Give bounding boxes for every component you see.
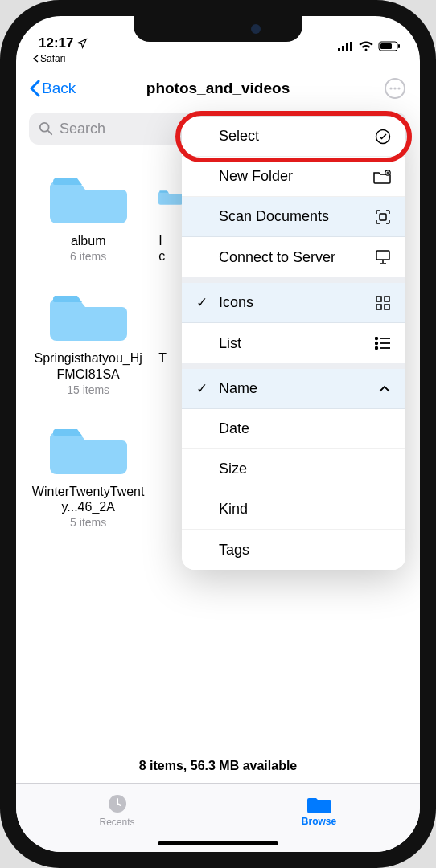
svg-point-8 xyxy=(389,87,392,89)
folder-item-winter[interactable]: WinterTwentyTwenty...46_2A 5 items xyxy=(29,405,147,542)
return-to-app[interactable]: Safari xyxy=(16,51,420,69)
menu-label: List xyxy=(219,335,241,352)
menu-item-sort-tags[interactable]: Tags xyxy=(182,530,405,570)
svg-rect-20 xyxy=(376,305,381,309)
checkmark-circle-icon xyxy=(375,129,391,145)
item-meta: 5 items xyxy=(70,516,106,530)
tab-label: Recents xyxy=(99,817,134,828)
menu-label: Scan Documents xyxy=(219,208,329,225)
search-icon xyxy=(39,121,53,136)
grid-icon xyxy=(375,295,391,311)
menu-separator xyxy=(182,363,405,369)
menu-item-sort-kind[interactable]: Kind xyxy=(182,489,405,530)
svg-rect-3 xyxy=(350,42,352,51)
menu-item-view-list[interactable]: List xyxy=(182,323,405,363)
svg-rect-0 xyxy=(338,48,340,51)
back-label: Back xyxy=(42,80,76,97)
item-name: Springisthatyou_HjFMCI81SA xyxy=(32,350,145,381)
location-icon xyxy=(76,38,88,49)
svg-rect-18 xyxy=(376,297,381,301)
menu-item-sort-name[interactable]: ✓Name xyxy=(182,369,405,409)
item-name-line2: c xyxy=(158,248,165,264)
tab-browse[interactable]: Browse xyxy=(218,784,420,836)
menu-item-select[interactable]: Select xyxy=(182,117,405,157)
chevron-up-icon xyxy=(378,385,391,393)
menu-label: Icons xyxy=(219,294,253,311)
signal-icon xyxy=(338,42,354,51)
svg-rect-5 xyxy=(380,43,392,49)
folder-plus-icon xyxy=(373,170,391,184)
context-menu: Select New Folder Scan Documents Connect… xyxy=(182,117,405,570)
caret-left-icon xyxy=(32,55,39,63)
menu-label: Size xyxy=(219,461,247,477)
menu-item-sort-date[interactable]: Date xyxy=(182,409,405,449)
svg-line-12 xyxy=(48,131,51,135)
svg-rect-2 xyxy=(346,43,348,51)
folder-icon xyxy=(50,418,127,476)
item-name: album xyxy=(71,233,106,248)
svg-point-26 xyxy=(376,347,378,350)
menu-label: Name xyxy=(219,380,257,397)
back-button[interactable]: Back xyxy=(29,80,76,97)
nav-bar: Back photos_and_videos xyxy=(16,69,420,108)
ellipsis-circle-icon xyxy=(385,78,405,99)
svg-point-11 xyxy=(40,123,49,132)
svg-rect-16 xyxy=(380,214,386,220)
svg-rect-6 xyxy=(398,44,400,48)
menu-item-scan-documents[interactable]: Scan Documents xyxy=(182,197,405,237)
chevron-left-icon xyxy=(29,80,40,97)
tab-recents[interactable]: Recents xyxy=(16,784,218,836)
svg-rect-21 xyxy=(385,305,389,309)
svg-point-22 xyxy=(376,338,378,340)
menu-label: Tags xyxy=(219,542,249,559)
folder-icon xyxy=(307,793,331,814)
footer-status: 8 items, 56.3 MB available xyxy=(16,744,420,783)
folder-icon xyxy=(50,285,127,342)
list-icon xyxy=(375,337,391,350)
more-options-button[interactable] xyxy=(383,76,407,100)
status-time: 12:17 xyxy=(39,35,73,51)
battery-icon xyxy=(378,41,401,51)
menu-item-view-icons[interactable]: ✓Icons xyxy=(182,283,405,323)
folder-item-spring[interactable]: Springisthatyou_HjFMCI81SA 15 items xyxy=(29,272,147,396)
menu-label: New Folder xyxy=(219,168,293,185)
checkmark-icon: ✓ xyxy=(196,294,211,311)
svg-point-24 xyxy=(376,342,378,345)
menu-separator xyxy=(182,277,405,283)
svg-rect-19 xyxy=(385,297,389,301)
search-placeholder: Search xyxy=(60,121,105,137)
folder-icon xyxy=(158,167,183,225)
item-name: I xyxy=(158,233,162,248)
menu-item-connect-server[interactable]: Connect to Server xyxy=(182,237,405,277)
menu-item-new-folder[interactable]: New Folder xyxy=(182,157,405,197)
menu-item-sort-size[interactable]: Size xyxy=(182,449,405,489)
menu-label: Date xyxy=(219,420,249,437)
svg-rect-17 xyxy=(376,251,389,260)
item-meta: 15 items xyxy=(67,383,109,397)
device-notch xyxy=(134,16,302,42)
home-indicator[interactable] xyxy=(158,841,278,845)
menu-label: Kind xyxy=(219,501,248,518)
menu-label: Select xyxy=(219,128,259,145)
wifi-icon xyxy=(359,41,373,51)
clock-icon xyxy=(106,792,129,815)
tab-label: Browse xyxy=(302,816,336,827)
folder-icon xyxy=(50,167,127,225)
checkmark-icon: ✓ xyxy=(196,380,211,397)
svg-rect-1 xyxy=(342,46,344,51)
svg-point-10 xyxy=(397,87,400,89)
page-title: photos_and_videos xyxy=(146,80,290,97)
item-meta: 6 items xyxy=(70,250,106,264)
svg-point-9 xyxy=(393,87,396,89)
scan-icon xyxy=(375,209,391,225)
item-name: WinterTwentyTwenty...46_2A xyxy=(32,484,145,514)
folder-item-album[interactable]: album 6 items xyxy=(29,154,147,264)
menu-label: Connect to Server xyxy=(219,249,335,266)
return-app-label: Safari xyxy=(40,53,65,64)
server-icon xyxy=(375,249,391,265)
item-name: T xyxy=(158,350,167,366)
